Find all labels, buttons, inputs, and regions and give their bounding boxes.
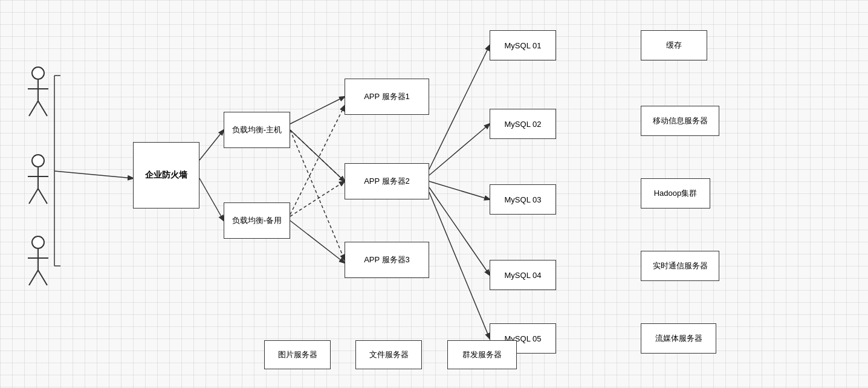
- lb-main-node: 负载均衡-主机: [224, 112, 290, 148]
- firewall-node: 企业防火墙: [133, 142, 199, 209]
- app-server-2-node: APP 服务器2: [345, 163, 429, 199]
- user-figure-3: [23, 236, 53, 297]
- image-server-node: 图片服务器: [264, 340, 331, 369]
- user-figure-2: [23, 154, 53, 216]
- mysql-02-node: MySQL 02: [490, 109, 556, 139]
- svg-line-8: [290, 130, 345, 181]
- svg-line-11: [290, 181, 345, 216]
- svg-line-10: [290, 106, 345, 215]
- user1-head: [31, 66, 45, 80]
- mobile-server-node: 移动信息服务器: [641, 106, 719, 136]
- svg-line-24: [29, 189, 38, 204]
- cache-node: 缓存: [641, 30, 707, 60]
- svg-line-20: [29, 101, 38, 116]
- svg-line-12: [290, 221, 345, 263]
- svg-line-16: [429, 187, 490, 275]
- svg-line-5: [199, 178, 224, 221]
- mysql-03-node: MySQL 03: [490, 184, 556, 215]
- svg-line-17: [429, 192, 490, 338]
- svg-line-9: [290, 130, 345, 260]
- svg-line-7: [290, 130, 345, 181]
- svg-line-29: [38, 270, 47, 285]
- arrows-layer: [0, 0, 868, 388]
- svg-line-4: [199, 130, 224, 160]
- broadcast-server-node: 群发服务器: [447, 340, 517, 369]
- svg-line-14: [429, 124, 490, 175]
- realtime-server-node: 实时通信服务器: [641, 251, 719, 281]
- mysql-01-node: MySQL 01: [490, 30, 556, 60]
- svg-line-13: [429, 45, 490, 169]
- user2-head: [31, 154, 45, 167]
- user-figure-1: [23, 66, 53, 128]
- user3-head: [31, 236, 45, 249]
- mysql-04-node: MySQL 04: [490, 260, 556, 290]
- svg-line-15: [429, 181, 490, 199]
- user2-body: [23, 167, 53, 216]
- svg-line-6: [290, 97, 345, 124]
- svg-line-25: [38, 189, 47, 204]
- app-server-1-node: APP 服务器1: [345, 79, 429, 115]
- hadoop-cluster-node: Hadoop集群: [641, 178, 710, 209]
- svg-line-21: [38, 101, 47, 116]
- user3-body: [23, 249, 53, 297]
- architecture-diagram: 企业防火墙 负载均衡-主机 负载均衡-备用 APP 服务器1 APP 服务器2 …: [0, 0, 868, 388]
- svg-line-28: [29, 270, 38, 285]
- file-server-node: 文件服务器: [355, 340, 422, 369]
- streaming-server-node: 流媒体服务器: [641, 323, 716, 354]
- user1-body: [23, 80, 53, 128]
- app-server-3-node: APP 服务器3: [345, 242, 429, 278]
- lb-backup-node: 负载均衡-备用: [224, 202, 290, 239]
- svg-line-3: [54, 171, 133, 178]
